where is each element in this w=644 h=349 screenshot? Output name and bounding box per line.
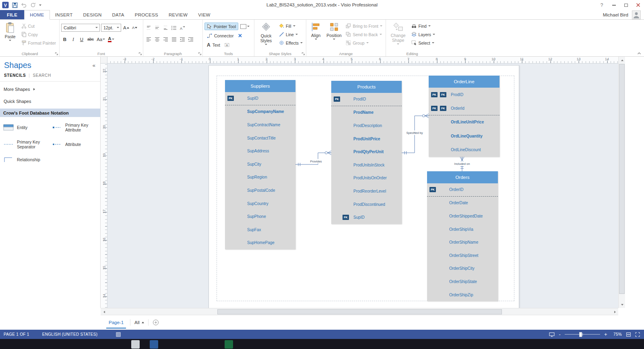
format-painter-button[interactable]: Format Painter (20, 39, 58, 47)
help-button[interactable]: ? (596, 0, 608, 10)
send-to-back-button[interactable]: Send to Back (344, 30, 384, 39)
drawing-viewport[interactable]: ProvidesSpecified byIncluded on Supplier… (107, 64, 618, 308)
zoom-slider-thumb[interactable] (579, 332, 582, 337)
scroll-down-button[interactable] (619, 301, 625, 308)
windows-taskbar[interactable] (0, 339, 644, 349)
shape-master-relationship[interactable]: Relationship (2, 156, 51, 163)
zoom-out-button[interactable]: - (559, 332, 561, 337)
redo-icon[interactable] (30, 2, 36, 8)
bring-to-front-button[interactable]: Bring to Front (344, 22, 384, 30)
macro-recording-icon[interactable] (116, 332, 121, 337)
page-list-button[interactable]: All (134, 320, 144, 325)
shape-master-pk-attribute[interactable]: Primary Key Attribute (51, 123, 98, 132)
line-button[interactable]: Line (277, 30, 304, 39)
stencil-crows-foot-database-notation[interactable]: Crow's Foot Database Notation (0, 109, 100, 117)
paragraph-dialog-launcher[interactable] (197, 51, 202, 56)
fullscreen-button[interactable] (635, 332, 640, 337)
entity-orderline[interactable]: OrderLinePKFKProdIDPKFKOrderIdOrdLineUni… (429, 76, 500, 157)
scroll-up-button[interactable] (619, 57, 625, 64)
font-color-button[interactable]: A (107, 35, 115, 43)
zoom-slider[interactable] (565, 332, 600, 337)
insert-page-button[interactable] (153, 319, 159, 326)
text-tool-button[interactable]: A Text (204, 41, 223, 49)
close-button[interactable] (632, 0, 644, 10)
quick-shapes-item[interactable]: Quick Shapes (0, 96, 100, 106)
valign-top-button[interactable] (145, 24, 152, 31)
page-indicator[interactable]: PAGE 1 OF 1 (0, 332, 29, 337)
find-button[interactable]: Find (410, 22, 437, 30)
justify-button[interactable] (170, 35, 178, 43)
search-tab[interactable]: SEARCH (33, 73, 51, 78)
select-button[interactable]: Select (410, 39, 437, 47)
zoom-in-button[interactable]: + (604, 332, 607, 337)
save-icon[interactable] (12, 2, 18, 8)
customize-quick-access-caret[interactable] (39, 4, 41, 6)
group-button[interactable]: Group (344, 39, 384, 47)
ribbon-tab-data[interactable]: DATA (107, 10, 130, 19)
change-shape-button[interactable]: Change Shape (388, 21, 409, 51)
bold-button[interactable]: B (61, 35, 68, 43)
taskbar-icon[interactable] (150, 340, 158, 349)
fit-page-button[interactable] (626, 332, 631, 337)
undo-icon[interactable] (21, 2, 27, 8)
grow-font-button[interactable]: A (122, 24, 130, 31)
collapse-ribbon-button[interactable] (637, 52, 641, 55)
effects-button[interactable]: Effects (277, 39, 304, 47)
decrease-indent-button[interactable] (179, 35, 186, 43)
align-center-button[interactable] (153, 35, 161, 43)
ribbon-tab-view[interactable]: VIEW (193, 10, 216, 19)
quick-styles-button[interactable]: Quick Styles (256, 21, 276, 51)
shape-styles-dialog-launcher[interactable] (301, 51, 305, 56)
account-area[interactable]: Michael Bird (603, 10, 644, 19)
entity-suppliers[interactable]: SuppliersPKSupIDSupCompanyNameSupContrac… (225, 80, 295, 249)
font-size-select[interactable]: 12pt. (101, 24, 121, 32)
more-shapes-item[interactable]: More Shapes (0, 84, 100, 94)
entity-products[interactable]: ProductsPKProdIDProdNameProdDescriptionP… (331, 81, 402, 224)
ribbon-tab-file[interactable]: FILE (0, 10, 24, 19)
ribbon-tab-review[interactable]: REVIEW (163, 10, 193, 19)
connector-tool-button[interactable]: Connector (204, 32, 236, 39)
shape-master-attribute[interactable]: Attribute (51, 140, 98, 149)
rectangle-tool-button[interactable] (239, 24, 250, 29)
paste-button[interactable]: Paste (2, 21, 19, 51)
bullets-button[interactable] (170, 24, 178, 31)
strikethrough-button[interactable]: abc (87, 35, 95, 43)
horizontal-scrollbar-thumb[interactable] (217, 309, 502, 314)
horizontal-scrollbar[interactable] (101, 308, 618, 315)
zoom-level[interactable]: 75% (611, 332, 622, 337)
taskbar-icon[interactable] (225, 340, 233, 349)
presentation-mode-button[interactable] (549, 332, 555, 337)
underline-button[interactable]: U (78, 35, 85, 43)
fill-button[interactable]: Fill (277, 22, 304, 30)
taskbar-icon[interactable] (131, 340, 140, 349)
scroll-right-button[interactable] (611, 308, 618, 315)
italic-button[interactable]: I (70, 35, 77, 43)
align-button[interactable]: Align (308, 21, 324, 51)
position-button[interactable]: Position (325, 21, 343, 51)
layers-button[interactable]: Layers (410, 30, 437, 39)
page-tab-page-1[interactable]: Page-1 (106, 316, 126, 328)
vertical-scrollbar[interactable] (618, 57, 625, 308)
clipboard-dialog-launcher[interactable] (54, 51, 59, 56)
text-direction-button[interactable]: A (179, 24, 186, 31)
shape-master-pk-separator[interactable]: Primary Key Separator (2, 140, 51, 149)
ribbon-tab-process[interactable]: PROCESS (130, 10, 163, 19)
ribbon-tab-insert[interactable]: INSERT (50, 10, 78, 19)
stencils-tab[interactable]: STENCILS (4, 73, 26, 78)
collapse-shapes-panel-button[interactable]: « (92, 61, 96, 70)
shrink-font-button[interactable]: A (131, 24, 138, 31)
align-left-button[interactable] (145, 35, 152, 43)
pointer-tool-button[interactable]: Pointer Tool (204, 23, 238, 30)
increase-indent-button[interactable] (187, 35, 194, 43)
change-case-button[interactable]: Aa (96, 35, 106, 43)
font-dialog-launcher[interactable] (138, 51, 142, 56)
copy-button[interactable]: Copy (20, 30, 58, 39)
align-right-button[interactable] (162, 35, 169, 43)
entity-orders[interactable]: OrdersPKOrderIDOrderDateOrderShippedDate… (427, 171, 498, 301)
minimize-button[interactable] (608, 0, 620, 10)
maximize-button[interactable] (620, 0, 632, 10)
valign-bottom-button[interactable] (162, 24, 169, 31)
language-indicator[interactable]: ENGLISH (UNITED STATES) (29, 332, 98, 337)
vertical-scrollbar-thumb[interactable] (619, 64, 625, 294)
text-block-button[interactable]: A (224, 42, 230, 48)
